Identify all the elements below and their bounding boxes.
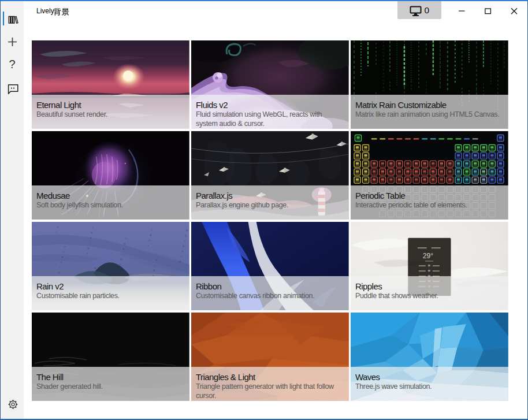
svg-text:0: 0 <box>425 5 430 15</box>
svg-text:29°: 29° <box>423 252 433 260</box>
